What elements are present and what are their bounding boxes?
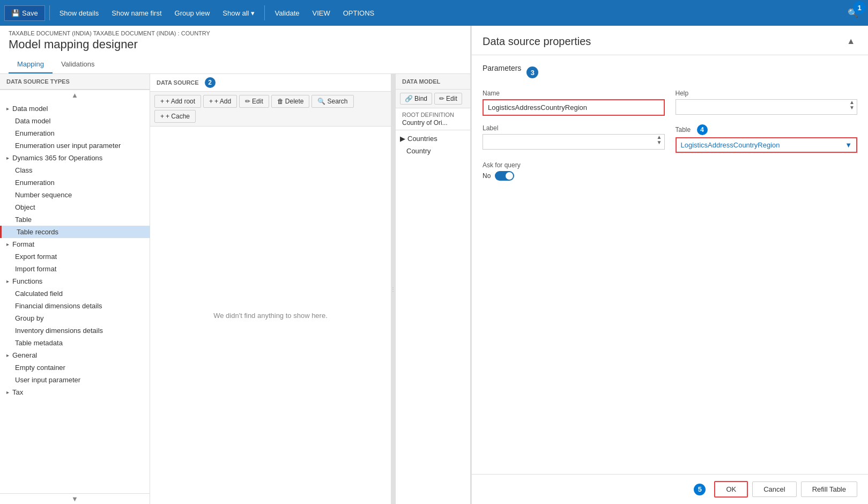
label-spin-down[interactable]: ▼ xyxy=(655,140,664,145)
separator-2 xyxy=(264,5,265,20)
expand-icon-3: ▸ xyxy=(6,241,9,247)
datasource-mid-panel: DATA SOURCE 2 + + Add root + + Add ✏ Edi… xyxy=(150,74,391,504)
main-toolbar: 💾 Save Show details Show name first Grou… xyxy=(0,0,868,26)
tree-item-inventory-dim[interactable]: Inventory dimensions details xyxy=(0,324,150,337)
tree-item-enumeration2[interactable]: Enumeration xyxy=(0,176,150,189)
tree-item-general-group[interactable]: ▸ General xyxy=(0,349,150,361)
delete-button[interactable]: 🗑 Delete xyxy=(271,95,310,108)
name-label: Name xyxy=(483,90,665,97)
tree-item-object[interactable]: Object 1 xyxy=(0,201,150,213)
edit-button[interactable]: ✏ Edit xyxy=(239,95,269,108)
root-definition: Root definition Country of Ori... xyxy=(396,108,470,130)
dm-item-country[interactable]: Country xyxy=(396,145,470,157)
params-title: Parameters xyxy=(483,64,521,72)
save-icon: 💾 xyxy=(11,9,20,17)
tree-item-calculated-field[interactable]: Calculated field xyxy=(0,287,150,300)
tree-item-functions-group[interactable]: ▸ Functions xyxy=(0,275,150,287)
select-arrow-icon: ▼ xyxy=(845,141,852,149)
datasource-toolbar: + + Add root + + Add ✏ Edit 🗑 Delete xyxy=(150,92,391,127)
show-name-first-button[interactable]: Show name first xyxy=(106,6,167,20)
expand-icon-4: ▸ xyxy=(6,278,9,284)
dm-item-countries[interactable]: ▶ Countries xyxy=(396,132,470,145)
resize-handle[interactable]: ⋮ xyxy=(391,74,395,504)
cache-button[interactable]: + + Cache xyxy=(154,110,196,123)
page-header: TAXABLE DOCUMENT (INDIA) TAXABLE DOCUMEN… xyxy=(0,26,470,74)
datamodel-panel: DATA MODEL 🔗 Bind ✏ Edit Root definition… xyxy=(395,74,470,504)
spin-down[interactable]: ▼ xyxy=(847,105,857,110)
tree-item-user-input[interactable]: User input parameter xyxy=(0,374,150,386)
tabs: Mapping Validations xyxy=(9,56,462,73)
bind-toolbar: 🔗 Bind ✏ Edit xyxy=(396,90,470,108)
tree-item-data-model[interactable]: Data model xyxy=(0,115,150,127)
ask-query-label: Ask for query xyxy=(483,161,857,169)
add-root-button[interactable]: + + Add root xyxy=(154,95,201,108)
tree-item-class[interactable]: Class xyxy=(0,164,150,176)
ask-query-toggle[interactable] xyxy=(495,171,514,181)
datasource-types-header: DATA SOURCE TYPES xyxy=(0,74,150,90)
tree-item-number-seq[interactable]: Number sequence xyxy=(0,189,150,201)
cancel-button[interactable]: Cancel xyxy=(752,481,796,497)
cache-icon: + xyxy=(160,113,164,120)
search-button[interactable]: 🔍 Search xyxy=(311,95,353,108)
bind-edit-icon: ✏ xyxy=(439,95,444,102)
label-spin: ▲ ▼ xyxy=(655,135,664,149)
refill-table-button[interactable]: Refill Table xyxy=(801,481,857,497)
tree-item-table-records[interactable]: Table records xyxy=(0,226,150,238)
add-plus-icon: + xyxy=(209,98,213,105)
table-group: Table 4 LogisticsAddressCountryRegion ▼ xyxy=(676,124,858,153)
label-label: Label xyxy=(483,124,665,132)
ok-button[interactable]: OK xyxy=(714,481,748,498)
tree-item-table[interactable]: Table xyxy=(0,213,150,226)
show-details-button[interactable]: Show details xyxy=(54,6,105,20)
scroll-down-arrow[interactable]: ▼ xyxy=(0,493,150,504)
label-input[interactable] xyxy=(483,135,655,149)
main-content: TAXABLE DOCUMENT (INDIA) TAXABLE DOCUMEN… xyxy=(0,26,868,504)
expand-icon: ▸ xyxy=(6,106,9,112)
tab-mapping[interactable]: Mapping xyxy=(9,56,53,73)
badge-4: 4 xyxy=(697,124,708,135)
options-button[interactable]: OPTIONS xyxy=(338,6,380,20)
dropdown-arrow-icon: ▾ xyxy=(251,9,255,17)
collapse-button[interactable]: ▲ xyxy=(844,34,857,48)
group-view-button[interactable]: Group view xyxy=(169,6,216,20)
badge-2: 2 xyxy=(205,77,216,88)
delete-icon: 🗑 xyxy=(277,98,284,105)
datasource-tree: ▸ Data model Data model Enumeration Enum… xyxy=(0,100,150,493)
tree-item-enum-user-input[interactable]: Enumeration user input parameter xyxy=(0,139,150,152)
tree-item-format-group[interactable]: ▸ Format xyxy=(0,238,150,250)
tree-item-data-model-group[interactable]: ▸ Data model xyxy=(0,102,150,115)
add-button[interactable]: + + Add xyxy=(203,95,237,108)
dm-tree: ▶ Countries Country xyxy=(396,130,470,504)
panel-title: Data source properties xyxy=(483,35,591,48)
params-section: Parameters 3 Name Help ▲ ▼ xyxy=(472,55,868,474)
tree-item-enumeration[interactable]: Enumeration xyxy=(0,127,150,139)
bind-button[interactable]: 🔗 Bind xyxy=(400,93,432,105)
name-group: Name xyxy=(483,90,665,116)
plus-icon: + xyxy=(160,98,164,105)
show-all-button[interactable]: Show all ▾ xyxy=(217,6,260,20)
name-input[interactable] xyxy=(483,99,665,116)
tree-item-export-format[interactable]: Export format xyxy=(0,250,150,263)
help-label: Help xyxy=(676,90,858,97)
tree-item-dynamics365-group[interactable]: ▸ Dynamics 365 for Operations xyxy=(0,152,150,164)
left-panel: TAXABLE DOCUMENT (INDIA) TAXABLE DOCUMEN… xyxy=(0,26,471,504)
validate-button[interactable]: Validate xyxy=(269,6,305,20)
tree-item-tax-group[interactable]: ▸ Tax xyxy=(0,386,150,398)
help-group: Help ▲ ▼ xyxy=(676,90,858,116)
help-input[interactable] xyxy=(676,100,848,114)
bind-edit-button[interactable]: ✏ Edit xyxy=(434,93,462,105)
tab-validations[interactable]: Validations xyxy=(53,56,103,73)
tree-item-financial-dim[interactable]: Financial dimensions details xyxy=(0,300,150,312)
view-button[interactable]: VIEW xyxy=(307,6,335,20)
scroll-up-arrow[interactable]: ▲ xyxy=(0,90,150,100)
tree-item-table-metadata[interactable]: Table metadata xyxy=(0,337,150,349)
ask-query-toggle-container: No xyxy=(483,171,857,181)
tree-item-import-format[interactable]: Import format xyxy=(0,263,150,275)
save-button[interactable]: 💾 Save xyxy=(4,5,45,21)
tree-item-empty-container[interactable]: Empty container xyxy=(0,361,150,374)
tree-item-group-by[interactable]: Group by xyxy=(0,312,150,324)
table-select[interactable]: LogisticsAddressCountryRegion ▼ xyxy=(676,137,858,153)
breadcrumb: TAXABLE DOCUMENT (INDIA) TAXABLE DOCUMEN… xyxy=(9,30,462,36)
edit-icon: ✏ xyxy=(245,98,250,105)
datasource-types-panel: DATA SOURCE TYPES ▲ ▸ Data model Data mo… xyxy=(0,74,150,504)
